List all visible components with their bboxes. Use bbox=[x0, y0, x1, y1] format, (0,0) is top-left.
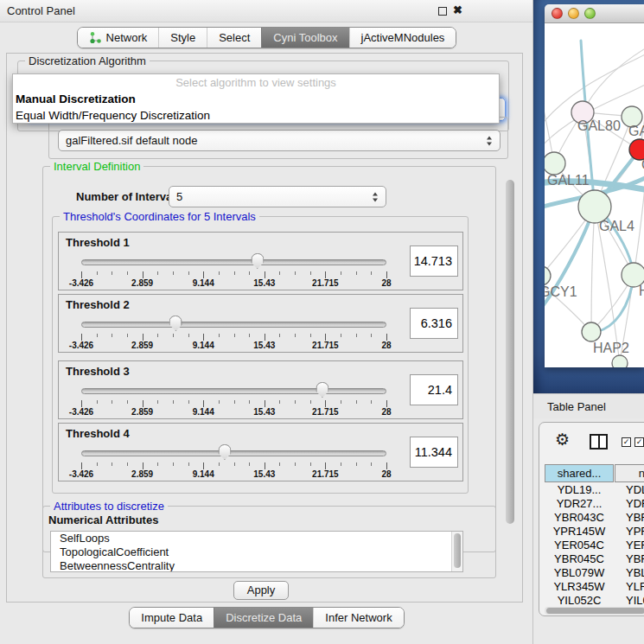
table-data-combobox[interactable]: galFiltered.sif default node bbox=[58, 130, 501, 151]
table-cell[interactable]: YIL0 bbox=[620, 594, 644, 605]
checkbox-icon[interactable]: ✓ bbox=[622, 437, 631, 447]
table-cell[interactable]: YBL079W bbox=[545, 566, 614, 580]
spinner-arrows-icon[interactable] bbox=[373, 192, 379, 201]
tab-style[interactable]: Style bbox=[158, 28, 207, 48]
table-row[interactable]: YDR27...YDR2 bbox=[545, 497, 644, 511]
table-cell[interactable]: YLR345W bbox=[545, 580, 614, 594]
table-cell[interactable]: YIL052C bbox=[545, 594, 614, 605]
column-header[interactable]: shared... bbox=[545, 464, 614, 482]
tab-network[interactable]: Network bbox=[78, 28, 159, 48]
network-edge[interactable] bbox=[583, 48, 644, 112]
tick-mark bbox=[219, 271, 220, 275]
algorithm-option[interactable]: Manual Discretization bbox=[13, 91, 499, 107]
table-cell[interactable]: YBR0 bbox=[620, 511, 644, 525]
tick-label: 21.715 bbox=[312, 469, 339, 479]
network-canvas[interactable]: GAL80GACGAL11GAL4GCY1HHAP2 bbox=[545, 23, 644, 367]
combo-arrows-icon[interactable] bbox=[487, 136, 493, 145]
tab-select[interactable]: Select bbox=[207, 28, 261, 48]
table-cell[interactable]: YDL1 bbox=[620, 483, 644, 497]
slider-handle-icon[interactable] bbox=[316, 382, 328, 398]
threshold-value-field[interactable]: 14.713 bbox=[410, 245, 458, 277]
table-row[interactable]: YBR045CYBR0 bbox=[545, 552, 644, 566]
table-cell[interactable]: YDL19... bbox=[545, 483, 614, 497]
threshold-value-field[interactable]: 6.316 bbox=[410, 308, 458, 339]
slider-track[interactable] bbox=[81, 259, 386, 265]
table-row[interactable]: YER054CYER0 bbox=[545, 539, 644, 552]
network-node[interactable] bbox=[545, 266, 551, 285]
threshold-value-field[interactable]: 21.4 bbox=[410, 374, 458, 405]
tab-cyni-toolbox[interactable]: Cyni Toolbox bbox=[261, 28, 348, 48]
network-node[interactable] bbox=[545, 152, 565, 175]
table-row[interactable]: YIL052CYIL0 bbox=[545, 594, 644, 605]
zoom-traffic-light-icon[interactable] bbox=[584, 8, 596, 19]
settings-gear-icon[interactable]: ⚙ bbox=[555, 430, 570, 450]
slider-handle-icon[interactable] bbox=[218, 444, 231, 460]
tab-impute-data[interactable]: Impute Data bbox=[130, 608, 214, 628]
table-cell[interactable]: YER054C bbox=[545, 539, 614, 552]
scrollbar-thumb[interactable] bbox=[454, 533, 461, 568]
algorithm-option[interactable]: Equal Width/Frequency Discretization bbox=[13, 107, 499, 124]
tick-mark bbox=[325, 400, 326, 407]
table-cell[interactable]: YBR043C bbox=[545, 511, 614, 525]
slider-handle-icon[interactable] bbox=[169, 316, 182, 331]
list-item[interactable]: TopologicalCoefficient bbox=[51, 545, 462, 559]
column-header[interactable]: na bbox=[615, 464, 644, 482]
table-row[interactable]: YBR043CYBR0 bbox=[545, 511, 644, 525]
table-row[interactable]: YDL19...YDL1 bbox=[545, 483, 644, 497]
table-cell[interactable]: YLR3 bbox=[620, 580, 644, 594]
slider-track[interactable] bbox=[81, 450, 386, 456]
tab-infer-network[interactable]: Infer Network bbox=[313, 608, 403, 628]
apply-button[interactable]: Apply bbox=[233, 581, 289, 600]
slider-handle-icon[interactable] bbox=[251, 253, 264, 269]
minimize-traffic-light-icon[interactable] bbox=[568, 8, 579, 19]
table-cell[interactable]: YDR27... bbox=[545, 497, 614, 511]
table-cell[interactable]: YDR2 bbox=[620, 497, 644, 511]
tick-mark bbox=[386, 462, 387, 469]
list-item[interactable]: BetweennessCentrality bbox=[51, 559, 462, 572]
tab-discretize-data[interactable]: Discretize Data bbox=[214, 608, 313, 628]
tick-mark bbox=[265, 334, 265, 341]
tab-jactivemnodules[interactable]: jActiveMNodules bbox=[349, 28, 456, 48]
close-icon[interactable]: ✖ bbox=[453, 3, 462, 16]
table-cell[interactable]: YBR0 bbox=[620, 552, 644, 566]
bottom-tab-bar: Impute DataDiscretize DataInfer Network bbox=[0, 607, 533, 628]
attributes-list[interactable]: SelfLoopsTopologicalCoefficientBetweenne… bbox=[50, 531, 463, 572]
list-scrollbar[interactable] bbox=[451, 532, 462, 571]
scrollbar-thumb[interactable] bbox=[546, 608, 644, 614]
table-cell[interactable]: YPR1 bbox=[620, 525, 644, 539]
network-node[interactable] bbox=[582, 322, 601, 341]
table-cell[interactable]: YBR045C bbox=[545, 552, 614, 566]
network-window-titlebar[interactable] bbox=[545, 4, 644, 23]
threshold-slider[interactable]: -3.4262.8599.14415.4321.71528 bbox=[81, 380, 386, 417]
network-graph[interactable]: GAL80GACGAL11GAL4GCY1HHAP2 bbox=[545, 23, 644, 367]
tick-mark bbox=[341, 462, 341, 466]
float-window-icon[interactable] bbox=[438, 7, 447, 16]
table-row[interactable]: YBL079WYBL0 bbox=[545, 566, 644, 580]
table-panel-title: Table Panel bbox=[547, 394, 606, 419]
list-item[interactable]: SelfLoops bbox=[51, 532, 462, 545]
tick-mark bbox=[310, 400, 311, 404]
checkbox-icon[interactable]: ✓ bbox=[634, 437, 644, 447]
threshold-slider[interactable]: -3.4262.8599.14415.4321.71528 bbox=[81, 443, 386, 479]
slider-track[interactable] bbox=[81, 388, 386, 394]
tick-mark bbox=[341, 271, 341, 275]
tick-label: 15.43 bbox=[253, 407, 275, 417]
table-cell[interactable]: YBL0 bbox=[620, 566, 644, 580]
threshold-slider[interactable]: -3.4262.8599.14415.4321.71528 bbox=[81, 252, 386, 288]
threshold-value-field[interactable]: 11.344 bbox=[410, 437, 458, 468]
split-columns-icon[interactable] bbox=[590, 434, 608, 450]
scrollbar-thumb[interactable] bbox=[506, 180, 514, 524]
table-cell[interactable]: YPR145W bbox=[545, 525, 614, 539]
threshold-slider[interactable]: -3.4262.8599.14415.4321.71528 bbox=[81, 314, 386, 350]
network-edge[interactable] bbox=[591, 207, 595, 332]
network-node[interactable] bbox=[612, 355, 628, 367]
table-row[interactable]: YPR145WYPR1 bbox=[545, 525, 644, 539]
content-vertical-scrollbar[interactable] bbox=[504, 173, 516, 577]
table-row[interactable]: YLR345WYLR3 bbox=[545, 580, 644, 594]
slider-track[interactable] bbox=[81, 322, 386, 328]
table-cell[interactable]: YER0 bbox=[620, 539, 644, 552]
num-intervals-spinner[interactable]: 5 bbox=[169, 186, 386, 207]
tick-mark bbox=[234, 271, 235, 275]
close-traffic-light-icon[interactable] bbox=[552, 8, 563, 19]
table-horizontal-scrollbar[interactable] bbox=[545, 607, 644, 615]
